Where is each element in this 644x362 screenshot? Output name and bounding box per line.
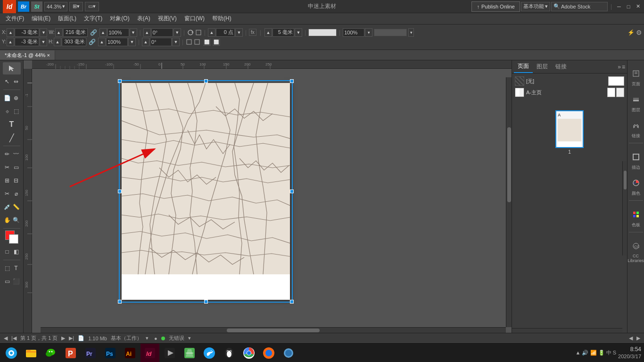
publish-online-button[interactable]: ↑ Publish Online [471,1,520,12]
preset-dropdown[interactable]: ▾ [146,335,149,341]
normal-mode[interactable]: □ [3,246,11,258]
zoom-selector[interactable]: 44.3% ▾ [44,2,67,11]
page-1-thumb[interactable]: A [555,110,584,148]
angle2-input[interactable] [150,38,172,46]
panel-scrollbar-v[interactable] [622,161,627,255]
transform2-tool[interactable]: ⬚ [12,105,20,117]
stroke-swatch[interactable] [9,234,18,244]
fx-button[interactable]: fx [249,29,256,36]
corner-increment[interactable]: ▼ [235,28,243,37]
text-tool[interactable]: T [3,118,21,131]
handle-mr[interactable] [290,189,294,193]
scrollbar-horizontal[interactable] [41,327,506,333]
scrollbar-vertical[interactable] [506,77,512,327]
angle1-decrement[interactable]: ▲ [143,28,151,37]
taskicon-bird[interactable] [200,344,219,362]
cc-libraries-icon[interactable]: CC [629,239,643,253]
preview-mode[interactable]: ◧ [12,246,20,258]
taskicon-wechat[interactable] [41,344,60,362]
panel-scrollbar-h[interactable] [512,328,622,333]
arrange-btn[interactable]: ⊞▾ [69,2,83,11]
angle2-decrement[interactable]: ▲ [142,38,149,46]
handle-ml[interactable] [118,189,122,193]
taskicon-chrome[interactable] [239,344,258,362]
menu-text[interactable]: 文字(T) [80,13,106,25]
pencil-tool[interactable]: ✏ [3,148,11,160]
taskicon-photoshop[interactable]: Ps [101,344,120,362]
smooth-tool[interactable]: 〰 [12,148,20,160]
y-increment[interactable]: ▼ [40,38,47,46]
scroll-right[interactable]: ▶ [636,335,640,341]
y-input[interactable] [15,38,39,46]
taskicon-explorer[interactable] [22,344,41,362]
angle1-input[interactable] [151,28,173,37]
stock-icon[interactable]: St [31,1,42,12]
h-input[interactable] [62,38,86,46]
tab-pages[interactable]: 页面 [514,60,533,73]
corner-input[interactable] [216,28,235,37]
master-swatch[interactable] [515,88,524,97]
opacity-dropdown[interactable]: ▾ [365,28,372,37]
taskicon-browser[interactable] [2,344,21,362]
color-icon[interactable] [629,176,643,189]
scissors-tool[interactable]: ✂ [3,161,11,173]
stroke-icon[interactable] [629,150,643,164]
page-nav-prev[interactable]: ◀ [4,335,8,341]
angle2-increment[interactable]: ▼ [172,38,180,46]
handle-br[interactable] [290,300,294,304]
text-frame-tool[interactable]: T [12,262,20,274]
preset-selector[interactable]: 基本（工作） [111,335,142,342]
scrollbar-v-thumb[interactable] [507,127,511,202]
pct1-input[interactable] [107,28,129,37]
handle-tr[interactable] [290,79,294,83]
minimize-button[interactable]: ─ [615,3,623,10]
close-button[interactable]: ✕ [634,3,642,10]
pct2-input[interactable] [106,38,128,46]
view-btn[interactable]: ▭▾ [85,2,99,11]
taskicon-indesign[interactable]: Id [140,344,159,362]
menu-layout[interactable]: 版面(L) [54,13,80,25]
search-box[interactable]: 🔍 Adobe Stock [551,2,608,11]
page-tool[interactable]: 📄 [3,92,11,104]
line-tool[interactable]: ╱ [3,132,21,144]
select-tool[interactable] [3,62,21,74]
bridge-icon[interactable]: Br [18,1,29,12]
cut-tool[interactable]: ✂ [3,188,11,200]
menu-help[interactable]: 帮助(H) [208,13,235,25]
doc-tab-main[interactable]: *未命名-1 @ 44% × [0,50,55,60]
size-increment[interactable]: ▼ [295,28,302,37]
measure-tool[interactable]: 📏 [12,201,20,213]
menu-window[interactable]: 窗口(W) [181,13,208,25]
panel-scrollbar-thumb[interactable] [624,171,627,189]
pages-icon[interactable] [629,67,643,80]
panel-expand-icon[interactable]: » [618,64,621,70]
pct1-increment[interactable]: ▼ [130,28,137,37]
transform-tool[interactable]: ⟐ [3,105,11,117]
swatches-icon[interactable] [629,208,643,221]
workspace-selector[interactable]: 基本功能 ▾ [521,2,550,11]
panel-menu-icon[interactable]: ≡ [622,64,625,70]
pct1-decrement[interactable]: ▲ [99,28,107,37]
tab-links[interactable]: 链接 [552,61,570,73]
handle-tl[interactable] [118,79,122,83]
none-swatch[interactable] [515,76,524,86]
w-decrement[interactable]: ▲ [55,28,63,37]
error-dropdown[interactable]: ▾ [188,335,191,341]
handle-bc[interactable] [204,300,208,304]
gradient-swatch[interactable] [308,29,337,36]
direct-select-tool[interactable]: ↖ [3,75,11,88]
corner-decrement[interactable]: ▲ [208,28,215,37]
style-dropdown[interactable]: ▾ [408,28,414,37]
size-input[interactable] [272,28,294,37]
zoom-dropdown-icon[interactable]: ▾ [62,3,65,9]
h-decrement[interactable]: ▲ [54,38,61,46]
layers-icon[interactable] [629,93,643,106]
frame-tool[interactable]: ⬚ [3,262,11,274]
content-tool[interactable]: ⊕ [12,92,20,104]
menu-object[interactable]: 对象(O) [106,13,133,25]
gap-tool[interactable]: ⇔ [12,75,20,88]
links-icon[interactable] [629,119,643,132]
maximize-button[interactable]: □ [624,3,633,10]
handle-bl[interactable] [118,300,122,304]
menu-view[interactable]: 视图(V) [154,13,181,25]
